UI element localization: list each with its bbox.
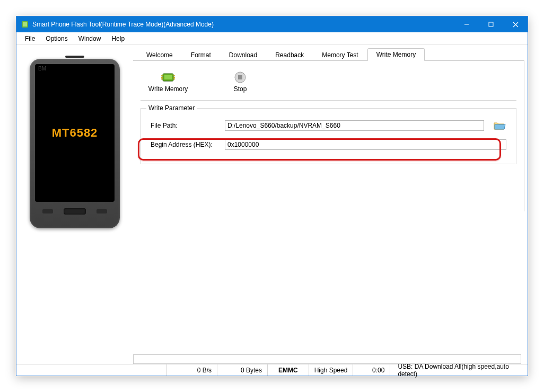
phone-speaker (65, 56, 84, 58)
tab-write-memory[interactable]: Write Memory (367, 48, 425, 61)
titlebar: Smart Phone Flash Tool(Runtime Trace Mod… (16, 16, 528, 32)
status-usb: USB: DA Download All(high speed,auto det… (390, 364, 528, 376)
phone-screen: BM MT6582 (35, 64, 115, 202)
begin-address-input[interactable] (225, 139, 506, 150)
svg-rect-15 (238, 75, 242, 79)
phone-buttons (35, 208, 115, 215)
menu-file[interactable]: File (20, 33, 40, 44)
window-title: Smart Phone Flash Tool(Runtime Trace Mod… (32, 21, 523, 28)
file-path-label: File Path: (151, 122, 225, 129)
device-panel: BM MT6582 (16, 45, 133, 364)
browse-folder-icon[interactable] (493, 120, 506, 131)
write-memory-label: Write Memory (148, 85, 188, 93)
app-icon (21, 20, 29, 29)
workspace: BM MT6582 Welcome Format Download Readba… (16, 45, 528, 364)
begin-address-label: Begin Address (HEX): (151, 141, 225, 148)
close-button[interactable] (503, 16, 528, 32)
status-storage: EMMC (268, 364, 309, 376)
status-spacer (16, 364, 167, 376)
write-parameter-group: Write Parameter File Path: Begin Addre (141, 108, 516, 164)
menubar: File Options Window Help (16, 32, 528, 45)
minimize-button[interactable] (454, 16, 479, 32)
tab-format[interactable]: Format (182, 49, 220, 61)
stop-icon (233, 72, 247, 83)
phone-menu-button (96, 209, 107, 213)
toolbar: Write Memory Stop (141, 68, 516, 101)
chip-icon (161, 72, 175, 83)
stop-button[interactable]: Stop (218, 72, 262, 93)
phone-bm-label: BM (38, 66, 46, 72)
tab-bar: Welcome Format Download Readback Memory … (133, 48, 524, 61)
write-memory-button[interactable]: Write Memory (146, 72, 190, 93)
menu-window[interactable]: Window (73, 33, 107, 44)
status-time: 0:00 (353, 364, 390, 376)
phone-mockup: BM MT6582 (30, 59, 120, 228)
content-panel: Welcome Format Download Readback Memory … (133, 45, 528, 364)
status-speed: High Speed (309, 364, 354, 376)
begin-address-row: Begin Address (HEX): (151, 139, 506, 150)
tab-memory-test[interactable]: Memory Test (313, 49, 367, 61)
menu-options[interactable]: Options (40, 33, 73, 44)
statusbar: 0 B/s 0 Bytes EMMC High Speed 0:00 USB: … (16, 364, 528, 376)
stop-label: Stop (234, 85, 247, 93)
status-rate: 0 B/s (167, 364, 217, 376)
menu-help[interactable]: Help (106, 33, 130, 44)
svg-rect-3 (489, 22, 493, 26)
svg-rect-1 (23, 22, 27, 26)
chip-label: MT6582 (52, 126, 98, 140)
phone-home-button (64, 208, 86, 215)
window-controls (454, 16, 528, 32)
tab-welcome[interactable]: Welcome (137, 49, 182, 61)
phone-back-button (42, 209, 53, 213)
application-window: Smart Phone Flash Tool(Runtime Trace Mod… (16, 16, 528, 376)
group-legend: Write Parameter (146, 104, 197, 112)
file-path-row: File Path: (151, 120, 506, 131)
tab-readback[interactable]: Readback (266, 49, 313, 61)
status-bytes: 0 Bytes (217, 364, 268, 376)
tab-download[interactable]: Download (220, 49, 266, 61)
file-path-input[interactable] (225, 120, 484, 131)
svg-rect-7 (164, 75, 172, 79)
maximize-button[interactable] (479, 16, 503, 32)
tab-content: Write Memory Stop Write Par (133, 61, 524, 211)
